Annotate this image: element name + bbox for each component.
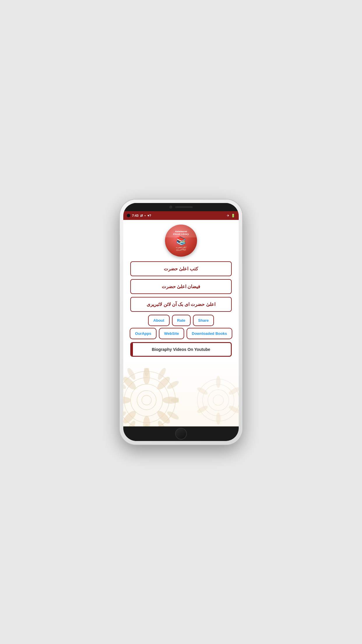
wifi-icon: ▾? <box>147 214 151 218</box>
logo-text-urdu: اعلیٰ حضرتایکا لائبریری <box>176 246 187 251</box>
svg-point-26 <box>203 384 234 416</box>
kutub-btn[interactable]: کتب اعلیٰ حضرت <box>130 261 232 276</box>
battery-icon: 🔋 <box>231 214 235 218</box>
online-library-btn[interactable]: اعلیٰ حضرت ای بک آن لائن لائبریری <box>130 297 232 312</box>
phone-bottom-bar <box>123 426 239 441</box>
airplane-icon: ✈ <box>227 214 229 218</box>
svg-point-11 <box>123 397 131 403</box>
logo-area: AalaHazratEbook Library 📚 اعلیٰ حضرتایکا… <box>165 225 197 257</box>
svg-point-10 <box>123 409 138 425</box>
logo-text-top: AalaHazratEbook Library <box>173 230 189 236</box>
status-time: 7:43 <box>132 214 138 217</box>
status-left: 7:43 ⇄ ▪ ▾? <box>127 214 151 218</box>
sim-icon: ▪ <box>145 214 146 217</box>
phone-inner: 7:43 ⇄ ▪ ▾? ✈ 🔋 AalaHazratEbook Library <box>123 203 239 441</box>
svg-point-12 <box>123 375 138 391</box>
speaker-slot <box>175 206 193 208</box>
app-content: AalaHazratEbook Library 📚 اعلیٰ حضرتایکا… <box>123 220 239 426</box>
phone-frame: 7:43 ⇄ ▪ ▾? ✈ 🔋 AalaHazratEbook Library <box>120 200 242 444</box>
share-button[interactable]: Share <box>193 315 214 326</box>
status-bar: 7:43 ⇄ ▪ ▾? ✈ 🔋 <box>123 211 239 220</box>
about-button[interactable]: About <box>148 315 170 326</box>
svg-point-30 <box>228 386 239 396</box>
signal-dot <box>127 214 130 217</box>
phone-top-notch <box>123 203 239 211</box>
menu-section: کتب اعلیٰ حضرت فیضان اعلیٰ حضرت اعلیٰ حض… <box>130 261 232 312</box>
status-right: ✈ 🔋 <box>227 214 235 218</box>
svg-point-28 <box>213 395 224 405</box>
svg-point-4 <box>142 396 152 405</box>
youtube-button[interactable]: Biography Videos On Youtube <box>130 342 232 357</box>
action-row-2: OurApps WebSite Downloaded Books <box>130 328 232 339</box>
svg-point-31 <box>228 405 239 414</box>
action-row-1: About Rate Share <box>130 315 232 326</box>
svg-point-3 <box>137 391 156 410</box>
our-apps-button[interactable]: OurApps <box>130 328 157 339</box>
rate-button[interactable]: Rate <box>172 315 191 326</box>
svg-point-29 <box>216 376 220 388</box>
downloaded-books-button[interactable]: Downloaded Books <box>187 328 232 339</box>
mandala-left-icon <box>123 368 179 426</box>
logo-book-icon: 📚 <box>176 236 186 246</box>
mandala-right-icon <box>192 374 239 426</box>
svg-point-27 <box>208 390 229 411</box>
svg-point-32 <box>216 413 220 424</box>
screen: 7:43 ⇄ ▪ ▾? ✈ 🔋 AalaHazratEbook Library <box>123 211 239 426</box>
website-button[interactable]: WebSite <box>159 328 184 339</box>
home-button[interactable] <box>175 428 187 440</box>
faizan-btn[interactable]: فیضان اعلیٰ حضرت <box>130 279 232 294</box>
camera-dot <box>169 206 172 209</box>
app-logo: AalaHazratEbook Library 📚 اعلیٰ حضرتایکا… <box>165 225 197 257</box>
decorative-area <box>123 360 239 426</box>
sync-icon: ⇄ <box>140 214 143 218</box>
